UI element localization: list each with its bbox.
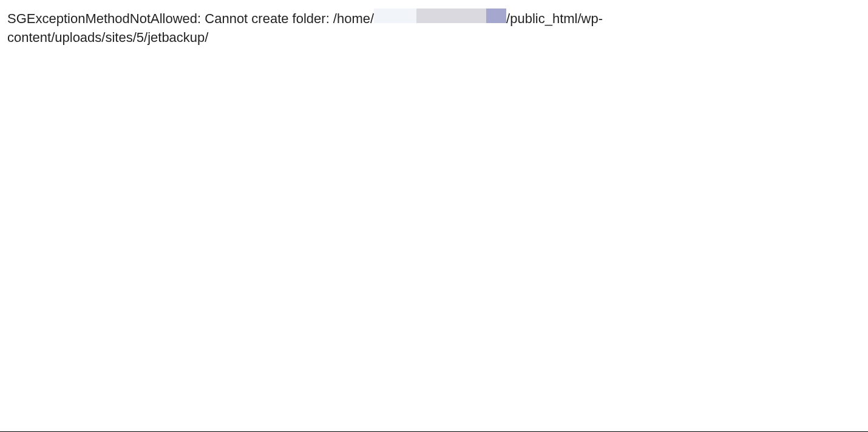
redaction-block [416,9,486,23]
error-line-1: SGExceptionMethodNotAllowed: Cannot crea… [7,11,603,26]
error-prefix: SGExceptionMethodNotAllowed: Cannot crea… [7,11,374,26]
error-message: SGExceptionMethodNotAllowed: Cannot crea… [7,9,868,47]
error-line-2: content/uploads/sites/5/jetbackup/ [7,30,208,45]
redaction-block [486,9,506,23]
redaction-block [374,9,416,23]
error-suffix-line1: /public_html/wp- [506,11,603,26]
redacted-path-segment [374,9,506,23]
